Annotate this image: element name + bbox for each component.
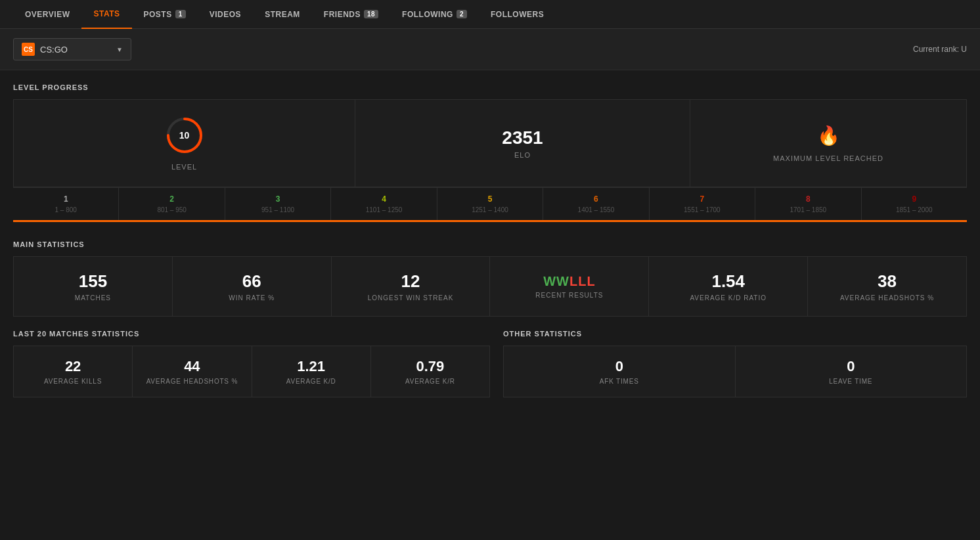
result-loss: L [587,274,595,288]
last20-stats-row: 22 AVERAGE KILLS 44 AVERAGE HEADSHOTS % … [13,346,490,397]
elo-segment-3: 3 951 – 1100 [225,188,331,220]
last20-label-2: AVERAGE K/D [286,378,336,385]
elo-seg-range-4: 1101 – 1250 [366,206,403,214]
main-stat-card-2: 12 LONGEST WIN STREAK [332,257,491,316]
elo-segment-7: 7 1551 – 1700 [650,188,755,220]
elo-segment-2: 2 801 – 950 [119,188,225,220]
stat-label-5: AVERAGE HEADSHOTS % [840,294,934,302]
nav-stats[interactable]: STATS [81,0,131,29]
nav-stream[interactable]: STREAM [253,0,312,29]
other-stats-title: OTHER STATISTICS [503,330,967,338]
elo-range-bar: 1 1 – 800 2 801 – 950 3 951 – 1100 4 110… [13,187,967,220]
current-rank: Current rank: U [913,45,967,54]
other-stat-card-0: 0 AFK TIMES [504,346,736,397]
last20-card-3: 0.79 AVERAGE K/R [371,346,489,397]
elo-seg-num-5: 5 [488,194,493,204]
level-ring: 10 [165,116,204,155]
stat-label-0: MATCHES [75,294,111,302]
nav-stream-label: STREAM [265,10,300,19]
game-selector[interactable]: CS CS:GO ▼ [13,38,131,60]
nav-stats-label: STATS [93,9,120,18]
level-card: 10 LEVEL [14,100,355,187]
main-stats-grid: 155 MATCHES 66 WIN RATE % 12 LONGEST WIN… [13,256,967,317]
nav-friends[interactable]: FRIENDS 18 [312,0,390,29]
nav-posts[interactable]: POSTS 1 [132,0,198,29]
elo-value: 2351 [502,127,543,148]
last20-title: LAST 20 MATCHES STATISTICS [13,330,490,338]
elo-segment-6: 6 1401 – 1550 [543,188,649,220]
elo-seg-range-7: 1551 – 1700 [684,206,721,214]
other-stats-row: 0 AFK TIMES 0 LEAVE TIME [503,346,967,397]
stat-value-2: 12 [401,271,420,292]
flame-icon: 🔥 [817,125,840,146]
other-stat-value-1: 0 [847,358,855,375]
last20-label-3: AVERAGE K/R [405,378,455,385]
level-label: LEVEL [171,163,197,171]
nav-posts-badge: 1 [175,10,186,18]
main-stat-card-4: 1.54 AVERAGE K/D RATIO [649,257,808,316]
last20-value-0: 22 [65,358,81,375]
game-label: CS:GO [40,45,111,55]
nav-following-label: FOLLOWING [402,10,453,19]
last20-value-2: 1.21 [297,358,325,375]
recent-results: WWLLL [543,274,595,289]
top-navigation: OVERVIEW STATS POSTS 1 VIDEOS STREAM FRI… [0,0,980,29]
level-value: 10 [179,130,190,141]
nav-followers-label: FOLLOWERS [491,10,544,19]
nav-overview-label: OVERVIEW [25,10,70,19]
last20-label-0: AVERAGE KILLS [44,378,102,385]
elo-seg-num-3: 3 [276,194,280,204]
other-stat-label-1: LEAVE TIME [829,378,872,385]
last20-value-1: 44 [184,358,200,375]
main-stats-title: MAIN STATISTICS [13,240,967,248]
nav-posts-label: POSTS [144,10,172,19]
elo-seg-range-5: 1251 – 1400 [472,206,508,214]
elo-segment-4: 4 1101 – 1250 [331,188,437,220]
elo-card: 2351 ELO [355,100,690,187]
nav-followers[interactable]: FOLLOWERS [479,0,556,29]
main-stats-section: MAIN STATISTICS 155 MATCHES 66 WIN RATE … [0,222,980,317]
elo-seg-range-1: 1 – 800 [55,206,77,214]
elo-segment-1: 1 1 – 800 [13,188,119,220]
result-win: W [556,274,569,288]
stat-label-3: RECENT RESULTS [535,292,603,299]
elo-seg-num-1: 1 [64,194,68,204]
elo-seg-num-9: 9 [912,194,916,204]
elo-seg-range-8: 1701 – 1850 [790,206,826,214]
elo-segment-9: 9 1851 – 2000 [862,188,967,220]
last20-value-3: 0.79 [416,358,444,375]
other-stat-value-0: 0 [615,358,623,375]
result-loss: L [569,274,578,288]
elo-seg-num-2: 2 [169,194,174,204]
result-loss: L [578,274,587,288]
main-stat-card-1: 66 WIN RATE % [173,257,332,316]
level-progress-grid: 10 LEVEL 2351 ELO 🔥 MAXIMUM LEVEL REACHE… [13,99,967,187]
nav-videos-label: VIDEOS [210,10,241,19]
nav-friends-label: FRIENDS [324,10,361,19]
game-icon: CS [22,43,35,56]
stat-label-4: AVERAGE K/D RATIO [690,294,767,302]
other-stats-section: OTHER STATISTICS 0 AFK TIMES 0 LEAVE TIM… [490,330,967,397]
last20-section: LAST 20 MATCHES STATISTICS 22 AVERAGE KI… [13,330,490,397]
main-stat-card-3: WWLLLRECENT RESULTS [490,257,649,316]
main-stat-card-0: 155 MATCHES [14,257,173,316]
level-progress-section: LEVEL PROGRESS 10 LEVEL 2351 ELO 🔥 MAXIM… [0,70,980,222]
elo-seg-range-9: 1851 – 2000 [896,206,933,214]
level-progress-title: LEVEL PROGRESS [13,83,967,91]
stat-value-5: 38 [878,271,897,292]
nav-following[interactable]: FOLLOWING 2 [390,0,479,29]
last20-label-1: AVERAGE HEADSHOTS % [146,378,238,385]
chevron-down-icon: ▼ [116,46,123,53]
stat-value-0: 155 [79,271,107,292]
elo-seg-num-8: 8 [806,194,811,204]
nav-videos[interactable]: VIDEOS [198,0,253,29]
bottom-grid: LAST 20 MATCHES STATISTICS 22 AVERAGE KI… [0,317,980,411]
elo-seg-num-6: 6 [594,194,598,204]
nav-friends-badge: 18 [364,10,378,18]
nav-overview[interactable]: OVERVIEW [13,0,81,29]
elo-seg-range-3: 951 – 1100 [261,206,294,214]
result-win: W [543,274,556,288]
toolbar: CS CS:GO ▼ Current rank: U [0,29,980,70]
elo-seg-num-4: 4 [382,194,386,204]
max-level-label: MAXIMUM LEVEL REACHED [773,154,883,162]
